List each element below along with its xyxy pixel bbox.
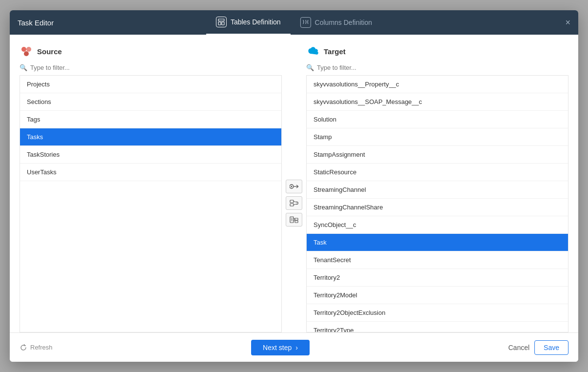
refresh-label: Refresh (30, 344, 53, 351)
middle-controls (282, 44, 306, 332)
target-search-icon: 🔍 (306, 64, 314, 71)
source-panel: Source 🔍 Projects Sections Tags Tasks Ta… (20, 44, 282, 332)
source-panel-header: Source (20, 44, 282, 58)
refresh-icon (20, 344, 27, 351)
svg-rect-2 (222, 22, 224, 25)
panels-container: Source 🔍 Projects Sections Tags Tasks Ta… (10, 35, 578, 332)
svg-rect-12 (290, 204, 294, 206)
svg-rect-0 (218, 19, 224, 21)
target-filter-row: 🔍 (306, 64, 568, 71)
source-search-icon: 🔍 (20, 64, 27, 71)
target-item-territory2[interactable]: Territory2 (307, 269, 568, 287)
svg-point-3 (21, 47, 26, 52)
next-step-button[interactable]: Next step › (251, 340, 310, 355)
svg-point-7 (291, 186, 293, 187)
target-item-solution[interactable]: Solution (307, 111, 568, 128)
source-item-usertasks[interactable]: UserTasks (20, 164, 281, 181)
target-item-property[interactable]: skyvvasolutions__Property__c (307, 76, 568, 93)
target-title: Target (324, 47, 346, 56)
svg-rect-23 (295, 218, 298, 220)
target-item-territory2-type[interactable]: Territory2Type (307, 322, 568, 332)
target-search-input[interactable] (317, 64, 568, 71)
map-field-button[interactable] (286, 196, 302, 210)
svg-rect-24 (295, 221, 298, 223)
target-item-sync-object[interactable]: SyncObject__c (307, 216, 568, 234)
source-item-tags[interactable]: Tags (20, 111, 281, 128)
task-editor-modal: Task Editor Tables Definition (10, 10, 578, 362)
source-item-sections[interactable]: Sections (20, 93, 281, 111)
source-title: Source (37, 47, 62, 56)
salesforce-icon (306, 44, 320, 58)
target-item-tenant-secret[interactable]: TenantSecret (307, 251, 568, 269)
target-item-soap[interactable]: skyvvasolutions__SOAP_Message__c (307, 93, 568, 111)
svg-rect-1 (218, 22, 221, 25)
modal-header: Task Editor Tables Definition (10, 10, 578, 35)
next-step-label: Next step (263, 344, 292, 351)
modal-footer: Refresh Next step › Cancel Save (10, 332, 578, 362)
target-item-task[interactable]: Task (307, 234, 568, 251)
tab-columns[interactable]: Columns Definition (291, 10, 382, 35)
target-item-streaming-channel[interactable]: StreamingChannel (307, 181, 568, 199)
target-panel: Target 🔍 skyvvasolutions__Property__c sk… (306, 44, 568, 332)
tab-tables[interactable]: Tables Definition (206, 10, 291, 35)
target-item-territory2-model[interactable]: Territory2Model (307, 287, 568, 304)
close-button[interactable]: × (565, 18, 570, 27)
target-panel-header: Target (306, 44, 568, 58)
columns-tab-icon (300, 17, 311, 28)
save-button[interactable]: Save (534, 340, 568, 355)
source-item-taskstories[interactable]: TaskStories (20, 146, 281, 164)
source-icon (20, 44, 33, 58)
svg-point-5 (24, 51, 29, 56)
source-item-projects[interactable]: Projects (20, 76, 281, 93)
tab-tables-label: Tables Definition (231, 18, 281, 26)
source-search-input[interactable] (30, 64, 282, 71)
svg-point-4 (26, 47, 31, 52)
target-list[interactable]: skyvvasolutions__Property__c skyvvasolut… (306, 75, 568, 332)
footer-center: Next step › (53, 340, 509, 355)
target-item-static-resource[interactable]: StaticResource (307, 164, 568, 181)
footer-right: Cancel Save (508, 340, 568, 355)
target-item-territory2-object-exclusion[interactable]: Territory2ObjectExclusion (307, 304, 568, 322)
tables-tab-icon (216, 17, 227, 27)
source-list[interactable]: Projects Sections Tags Tasks TaskStories… (20, 75, 282, 332)
target-item-streaming-channel-share[interactable]: StreamingChannelShare (307, 199, 568, 216)
map-key-button[interactable] (286, 180, 302, 193)
next-step-icon: › (295, 344, 298, 351)
header-tabs: Tables Definition Columns Definition (206, 10, 382, 35)
modal-title: Task Editor (18, 19, 54, 27)
refresh-button[interactable]: Refresh (20, 344, 53, 351)
source-filter-row: 🔍 (20, 64, 282, 71)
target-item-stamp[interactable]: Stamp (307, 128, 568, 146)
tab-columns-label: Columns Definition (315, 19, 372, 26)
auto-map-button[interactable] (286, 213, 302, 227)
source-item-tasks[interactable]: Tasks (20, 128, 281, 146)
modal-body: Source 🔍 Projects Sections Tags Tasks Ta… (10, 35, 578, 362)
svg-rect-11 (290, 200, 294, 203)
cancel-button[interactable]: Cancel (508, 344, 529, 351)
target-item-stamp-assignment[interactable]: StampAssignment (307, 146, 568, 164)
